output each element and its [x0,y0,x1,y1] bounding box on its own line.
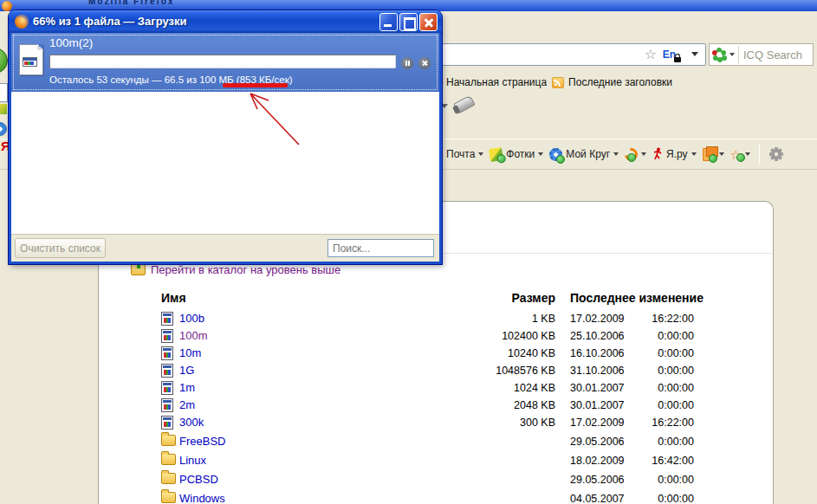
firefox-icon [15,15,29,29]
address-bar-fragment [0,83,8,102]
file-size: 1048576 KB [385,365,555,377]
table-row: Windows 04.05.2007 0:00:00 [99,491,775,504]
bookmark-label: Последние заголовки [568,76,672,88]
download-file-icon [19,44,43,75]
pause-button[interactable] [401,57,413,69]
file-link[interactable]: 100m [179,329,208,342]
up-directory-link[interactable]: Перейти в каталог на уровень выше [151,263,340,276]
bookmark-star-icon[interactable]: ☆ [645,46,657,62]
photos-icon [489,147,503,162]
file-date: 31.10.2006 [570,365,625,377]
dropdown-icon[interactable] [719,152,724,156]
folder-icon [161,492,176,503]
column-header-size: Размер [428,291,555,305]
yandex-moi-krug-item[interactable]: Мой Круг [549,148,619,161]
dialog-bottom-bar: Очистить список [11,234,439,262]
dialog-titlebar[interactable]: 66% из 1 файла — Загрузки [9,10,442,33]
yandex-photos-item[interactable]: Фотки [490,148,543,161]
file-time: 16:22:00 [619,313,694,325]
file-date: 17.02.2009 [570,313,625,325]
dialog-title: 66% из 1 файла — Загрузки [33,15,186,28]
file-date: 25.10.2006 [570,330,625,342]
toolbar-dropdown-icon[interactable] [441,104,448,108]
file-icon [161,381,173,395]
maximize-button[interactable] [399,13,418,31]
file-link[interactable]: 2m [179,398,195,411]
table-row: Linux 18.02.2009 16:42:00 [99,453,775,468]
downloads-search-input[interactable] [327,239,434,257]
column-header-name: Имя [161,291,186,305]
file-time: 0:00:00 [619,399,694,411]
address-dropdown-icon[interactable] [691,52,698,56]
file-icon [161,346,173,360]
divider [738,46,739,63]
folder-link[interactable]: FreeBSD [179,435,225,448]
icq-dropdown-icon[interactable] [729,53,735,56]
file-size: 1 KB [385,313,555,325]
pictures-icon [703,148,716,161]
dropdown-icon[interactable] [641,152,646,156]
file-time: 0:00:00 [619,436,694,448]
file-icon [161,416,173,430]
file-link[interactable]: 1G [179,364,194,377]
gear-icon[interactable] [768,146,784,162]
file-link[interactable]: 10m [179,346,201,359]
table-row: 300k 300 KB 17.02.2009 16:22:00 [99,415,775,430]
folder-up-icon [131,264,146,275]
table-row: 1m 1024 KB 30.01.2007 0:00:00 [99,380,775,396]
toolbar-icon-fragment [0,122,7,136]
bookmark-label: Начальная страница [446,76,547,88]
yandex-mail-item[interactable]: Почта [435,148,483,160]
clear-list-button[interactable]: Очистить список [15,238,106,258]
folder-icon [161,435,176,446]
bookmark-home[interactable]: Начальная страница [433,76,547,88]
file-date: 04.05.2007 [570,493,625,504]
dropdown-icon[interactable] [478,152,483,156]
browser-window-title: Mozilla Firefox [88,0,174,6]
file-date: 30.01.2007 [570,399,625,411]
yandex-star-item[interactable]: ☆ [730,149,750,160]
icq-search-placeholder[interactable]: ICQ Search [743,48,802,61]
person-icon [652,147,663,161]
lock-icon [674,57,681,62]
dropdown-icon[interactable] [691,152,697,156]
file-size: 300 KB [385,417,555,429]
file-size: 10240 KB [385,347,555,359]
divider [759,145,760,164]
folder-link[interactable]: Linux [179,454,206,467]
mail-label: Почта [446,148,475,160]
file-size: 2048 KB [385,399,555,411]
download-progress-bar [49,55,396,68]
bookmark-latest-headlines[interactable]: Последние заголовки [552,76,672,88]
yandex-feeds-item[interactable] [625,148,646,161]
annotation-underline [223,83,288,87]
file-date: 18.02.2009 [570,455,625,467]
icq-search-box[interactable]: ICQ Search [709,43,814,66]
folder-link[interactable]: Windows [179,492,225,504]
file-link[interactable]: 300k [179,416,204,429]
table-row: FreeBSD 29.05.2006 0:00:00 [99,434,775,449]
cancel-download-button[interactable] [418,57,431,69]
minimize-button[interactable] [379,13,398,31]
file-time: 0:00:00 [619,493,694,504]
star-icon: ☆ [730,149,742,160]
table-row: 1G 1048576 KB 31.10.2006 0:00:00 [99,363,775,378]
dropdown-icon[interactable] [745,152,750,156]
file-link[interactable]: 100b [179,312,204,325]
close-button[interactable] [419,13,438,31]
dropdown-icon[interactable] [613,152,619,156]
yandex-pictures-item[interactable] [703,148,724,161]
table-row: PCBSD 29.05.2006 0:00:00 [99,472,775,488]
file-time: 16:42:00 [619,455,694,467]
file-link[interactable]: 1m [179,381,195,394]
moi-krug-label: Мой Круг [566,148,610,160]
dropdown-icon[interactable] [538,152,543,156]
eraser-icon[interactable] [453,95,476,114]
yandex-yaru-item[interactable]: Я.ру [652,147,697,161]
photos-label: Фотки [506,148,535,160]
icq-icon [712,48,727,62]
column-header-modified: Последнее изменение [570,291,704,305]
folder-link[interactable]: PCBSD [179,473,218,486]
moi-krug-icon [549,148,562,161]
back-button-icon[interactable] [0,48,8,74]
